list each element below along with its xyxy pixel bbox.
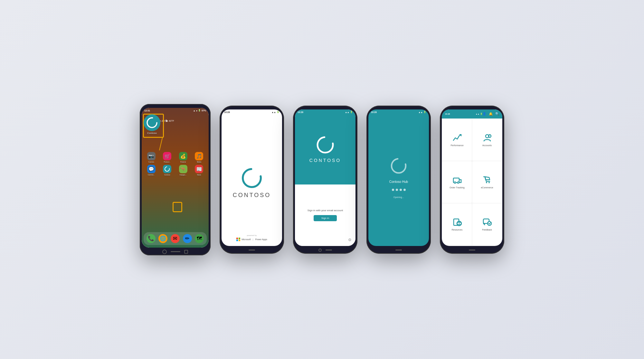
- dock-messages[interactable]: ✏: [183, 234, 192, 243]
- menu-item-ecommerce[interactable]: eCommerce: [472, 161, 502, 203]
- dot-4: [403, 189, 406, 191]
- battery-2: 🔋: [277, 111, 279, 113]
- dock-chrome[interactable]: 🌐: [158, 234, 167, 243]
- status-bar-1: 12:31 ▲ ● 🔋 57%: [142, 108, 209, 113]
- loading-text: Opening...: [393, 196, 404, 198]
- phone-homescreen: 12:31 ▲ ● 🔋 57% Thursday, Jan 28 🌦 43°F: [140, 104, 211, 255]
- time-1: 12:31: [144, 109, 150, 112]
- battery-icon: 🔋: [198, 109, 201, 112]
- nav-home-3[interactable]: [326, 250, 332, 250]
- dock-phone[interactable]: 📞: [147, 234, 156, 243]
- signal-2: ▲▲: [271, 111, 276, 113]
- nav-home-2[interactable]: [249, 250, 255, 250]
- search-icon[interactable]: 🔍: [495, 112, 499, 116]
- menu-item-order-tracking[interactable]: Order Tracking: [442, 161, 472, 203]
- feedback-label: Feedback: [482, 229, 492, 231]
- ecommerce-label: eCommerce: [481, 186, 493, 189]
- ms-divider: |: [253, 238, 253, 241]
- dot-1: [392, 189, 394, 191]
- svg-point-10: [454, 182, 456, 183]
- app-products[interactable]: 🛒 Product...: [160, 152, 175, 163]
- app-media[interactable]: 🎵 Media: [192, 152, 206, 163]
- homescreen-screen: 12:31 ▲ ● 🔋 57% Thursday, Jan 28 🌦 43°F: [142, 108, 209, 248]
- powered-by-section: powered by Microsoft | Power Apps: [222, 234, 282, 241]
- svg-point-3: [243, 169, 261, 187]
- svg-point-20: [488, 222, 491, 225]
- status-icons-2: ▲▲ 🔋: [271, 111, 279, 113]
- contoso-c-logo-large: [146, 117, 158, 128]
- app-news[interactable]: 📰 News: [192, 165, 206, 176]
- signin-button[interactable]: Sign in: [314, 215, 337, 221]
- signal-5: ▲▲: [476, 113, 479, 115]
- app-menu-layout: 10:28 ▲▲ 🔋 👤 🔔 🔍: [442, 109, 502, 246]
- phone-1-bottom: [140, 250, 211, 255]
- order-tracking-label: Order Tracking: [450, 186, 464, 189]
- dock-gmail[interactable]: ✉: [171, 234, 180, 243]
- dot-3: [400, 189, 402, 191]
- menu-grid: Performance Accounts: [442, 118, 502, 246]
- highlight-box-small: [173, 202, 182, 212]
- resources-label: Resources: [452, 229, 462, 231]
- app-camera[interactable]: 📷 Camera: [144, 152, 158, 163]
- battery-pct: 57%: [202, 109, 206, 112]
- svg-point-13: [488, 182, 490, 183]
- battery-3: 🔋: [350, 111, 353, 113]
- bell-icon[interactable]: 🔔: [489, 112, 493, 116]
- performance-icon: [453, 133, 462, 142]
- battery-4: 🔋: [423, 111, 426, 113]
- svg-line-1: [159, 137, 163, 150]
- dock-maps[interactable]: 🗺: [195, 234, 204, 243]
- status-bar-2: 10:28 ▲▲ 🔋: [222, 109, 282, 115]
- loading-layout: 10:28 ▲▲ 🔋 Contoso Hub Opening...: [368, 109, 429, 246]
- order-tracking-icon: [453, 175, 462, 184]
- status-icons-4: ▲▲ 🔋: [418, 111, 426, 113]
- status-bar-5: 10:28 ▲▲ 🔋: [445, 111, 482, 117]
- phone-3-bottom: [293, 248, 357, 254]
- ms-sq-red: [236, 238, 238, 239]
- svg-point-4: [317, 137, 333, 153]
- settings-gear-icon[interactable]: ⚙: [348, 238, 352, 242]
- status-icons-5: ▲▲ 🔋: [476, 113, 482, 115]
- contoso-label-large: Contoso: [147, 132, 157, 135]
- menu-item-accounts[interactable]: Accounts: [472, 119, 502, 161]
- signin-c-logo: [316, 135, 335, 155]
- ms-sq-yellow: [239, 240, 240, 241]
- nav-home[interactable]: [171, 251, 180, 252]
- menu-item-resources[interactable]: Resources: [442, 203, 472, 245]
- nav-back[interactable]: [162, 250, 167, 254]
- nav-back-3[interactable]: [318, 249, 322, 252]
- status-bar-3: 10:28 ▲▲ 🔋: [295, 109, 355, 115]
- ms-logo: [236, 238, 240, 241]
- signin-screen: 10:28 ▲▲ 🔋 CONTOSO Sign in with your ema…: [295, 109, 355, 246]
- phone-signin: 10:28 ▲▲ 🔋 CONTOSO Sign in with your ema…: [293, 106, 357, 254]
- pa-label: Power Apps: [255, 238, 267, 241]
- loading-hub-name: Contoso Hub: [389, 180, 408, 184]
- homescreen-apps: 📷 Camera 🛒 Product... 💰 Finance 🎵 Media: [142, 149, 209, 178]
- menu-item-performance[interactable]: Performance: [442, 119, 472, 161]
- time-2: 10:28: [224, 111, 230, 113]
- ms-sq-green: [239, 238, 240, 239]
- app-finance[interactable]: 💰 Finance: [176, 152, 190, 163]
- time-4: 10:28: [371, 111, 377, 113]
- phone-2-bottom: [220, 248, 284, 254]
- splash-content: CONTOSO powered by Microsoft | Power Ap: [222, 115, 282, 246]
- app-menu-header: 10:28 ▲▲ 🔋 👤 🔔 🔍: [442, 109, 502, 118]
- phone-5-bottom: [440, 248, 504, 254]
- menu-item-feedback[interactable]: Feedback: [472, 203, 502, 245]
- nav-home-5[interactable]: [469, 250, 475, 250]
- feedback-icon: [483, 218, 492, 227]
- signal-icon: ▲: [193, 109, 195, 112]
- contoso-icon-large: Contoso: [144, 114, 160, 135]
- splash-screen: 10:28 ▲▲ 🔋 CONTOSO powered by: [222, 109, 282, 246]
- nav-recents[interactable]: [184, 250, 188, 254]
- contoso-c-logo-small: [164, 166, 170, 172]
- signal-3: ▲▲: [345, 111, 349, 113]
- app-contoso-small[interactable]: Contoso: [160, 165, 175, 176]
- homescreen-dock: 📞 🌐 ✉ ✏ 🗺: [144, 232, 207, 245]
- splash-c-logo: [241, 167, 263, 189]
- app-commerce[interactable]: 💬 Comme...: [144, 165, 158, 176]
- battery-5: 🔋: [480, 113, 482, 115]
- nav-home-4[interactable]: [395, 250, 402, 250]
- profile-icon[interactable]: 👤: [482, 112, 486, 116]
- app-kangou[interactable]: 🦘 Kangou...: [176, 165, 190, 176]
